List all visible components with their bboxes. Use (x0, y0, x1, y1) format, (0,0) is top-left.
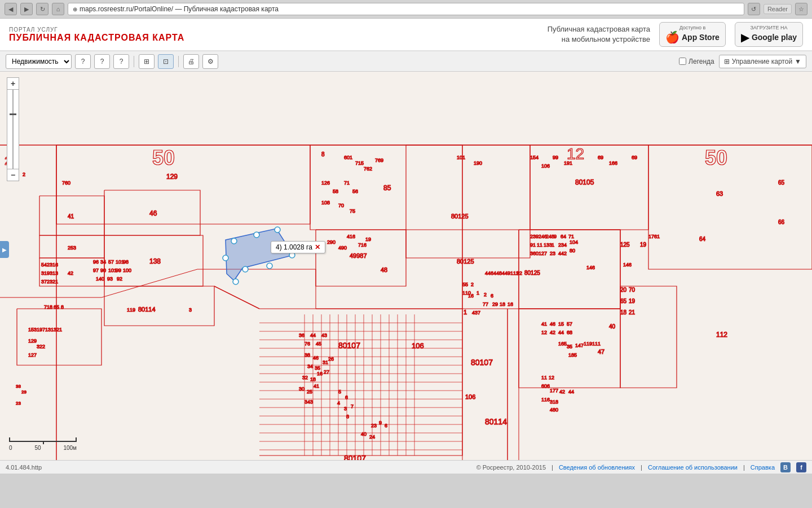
svg-text:46: 46 (550, 321, 555, 327)
svg-text:11: 11 (537, 242, 542, 248)
svg-text:31: 31 (323, 360, 328, 365)
facebook-icon[interactable]: f (796, 462, 806, 472)
svg-text:48: 48 (381, 266, 387, 273)
svg-text:30: 30 (299, 386, 304, 392)
zoom-in-button[interactable]: + (7, 77, 19, 90)
svg-text:41: 41 (314, 383, 319, 389)
svg-text:7: 7 (351, 404, 354, 409)
svg-text:80125: 80125 (451, 213, 469, 220)
zoom-out-button[interactable]: − (7, 169, 19, 181)
svg-text:92: 92 (517, 270, 522, 276)
svg-text:18: 18 (500, 301, 505, 307)
svg-text:9: 9 (554, 234, 557, 239)
refresh-icon[interactable]: ↺ (748, 3, 760, 15)
svg-text:253: 253 (68, 245, 76, 251)
svg-text:65: 65 (778, 179, 785, 186)
svg-text:41: 41 (541, 321, 547, 327)
svg-text:36: 36 (299, 332, 304, 338)
svg-text:9: 9 (379, 420, 382, 426)
measure-area-button[interactable]: ⊞ (139, 54, 155, 69)
home-button[interactable]: ⌂ (52, 3, 64, 15)
forward-button[interactable]: ▶ (20, 3, 33, 15)
help-link[interactable]: Справка (751, 464, 775, 471)
appstore-button[interactable]: Доступно в 🍎 App Store (659, 22, 726, 47)
version-label: 4.01.484.http (6, 464, 42, 471)
query-button[interactable]: ? (113, 54, 129, 69)
svg-text:96: 96 (93, 259, 99, 265)
svg-text:98: 98 (123, 259, 129, 265)
reload-button[interactable]: ↻ (36, 3, 48, 15)
svg-text:6: 6 (345, 395, 348, 400)
zoom-controls: + − (7, 77, 19, 181)
svg-text:239: 239 (530, 234, 539, 239)
legend-toggle[interactable]: Легенда (679, 58, 714, 65)
info-tool-button[interactable]: ? (75, 54, 91, 69)
manage-map-button[interactable]: ⊞ Управление картой ▼ (719, 55, 806, 68)
svg-text:49987: 49987 (350, 252, 367, 259)
scale-label-50: 50 (34, 445, 41, 451)
svg-text:100: 100 (123, 268, 131, 273)
measurement-label: 4) 1.0028 га (276, 243, 312, 251)
svg-text:165: 165 (558, 341, 567, 347)
svg-text:42: 42 (68, 270, 73, 276)
svg-text:69: 69 (598, 155, 603, 160)
scale-label-0: 0 (9, 445, 12, 451)
app-title: ПУБЛИЧНАЯ КАДАСТРОВАЯ КАРТА (9, 33, 184, 43)
svg-text:42: 42 (550, 330, 555, 335)
svg-text:40: 40 (609, 323, 616, 330)
svg-text:125: 125 (620, 242, 630, 248)
reader-button[interactable]: Reader (764, 4, 792, 14)
svg-text:166: 166 (609, 160, 617, 166)
svg-text:490: 490 (338, 245, 347, 251)
bookmark-button[interactable]: ☆ (795, 3, 807, 15)
svg-text:56: 56 (352, 189, 358, 194)
map-container[interactable]: 50 50 12 2 2 129 85 46 138 41 253 (0, 72, 812, 460)
separator-3: | (743, 464, 745, 471)
svg-text:93: 93 (107, 276, 113, 282)
svg-text:27: 27 (324, 369, 329, 375)
svg-text:146: 146 (586, 265, 595, 270)
svg-text:760: 760 (62, 180, 70, 186)
toolbar-separator-2 (178, 56, 179, 67)
logo-area: ПОРТАЛ УСЛУГ ПУБЛИЧНАЯ КАДАСТРОВАЯ КАРТА (9, 27, 184, 43)
measure-active-button[interactable]: ⊡ (158, 54, 174, 69)
svg-text:29: 29 (492, 301, 498, 307)
collapse-sidebar-button[interactable]: ▶ (0, 241, 9, 258)
svg-text:442: 442 (558, 251, 567, 256)
svg-text:47: 47 (598, 348, 604, 355)
svg-text:2: 2 (23, 172, 25, 177)
header-right: Публичная кадастровая картана мобильном … (548, 22, 803, 47)
svg-point-230 (275, 227, 280, 233)
address-bar[interactable]: ⊕ maps.rosreestr.ru/PortalOnline/ — Публ… (68, 3, 744, 15)
svg-text:44: 44 (558, 330, 564, 335)
svg-text:38: 38 (304, 352, 310, 358)
print-button[interactable]: 🖨 (183, 54, 199, 69)
svg-text:112: 112 (716, 331, 727, 339)
svg-text:449: 449 (502, 270, 510, 276)
svg-text:2: 2 (484, 292, 487, 297)
svg-text:46: 46 (313, 355, 319, 361)
googleplay-button[interactable]: ЗАГРУЗИТЕ НА ▶ Google play (735, 22, 803, 47)
svg-text:601: 601 (344, 155, 352, 160)
back-button[interactable]: ◀ (5, 3, 17, 15)
svg-text:101: 101 (457, 155, 465, 160)
svg-text:129: 129 (166, 173, 178, 181)
zoom-slider[interactable] (7, 90, 19, 169)
status-right: © Росреестр, 2010-2015 | Сведения об обн… (476, 462, 806, 472)
svg-text:26: 26 (328, 356, 334, 362)
svg-text:35: 35 (567, 344, 572, 349)
svg-text:131: 131 (45, 327, 54, 332)
help-button[interactable]: ? (94, 54, 110, 69)
update-info-link[interactable]: Сведения об обновлениях (559, 464, 635, 471)
svg-text:19: 19 (629, 298, 636, 304)
settings-button[interactable]: ⚙ (202, 54, 218, 69)
svg-text:234: 234 (558, 242, 567, 248)
lock-icon: ⊕ (73, 6, 77, 12)
legend-checkbox[interactable] (679, 58, 686, 65)
measurement-close-button[interactable]: ✕ (315, 243, 320, 251)
googleplay-name: Google play (752, 33, 797, 42)
vk-icon[interactable]: В (780, 462, 791, 472)
property-type-select[interactable]: Недвижимость (6, 54, 72, 69)
svg-text:35: 35 (315, 365, 320, 371)
agreement-link[interactable]: Соглашение об использовании (648, 464, 738, 471)
